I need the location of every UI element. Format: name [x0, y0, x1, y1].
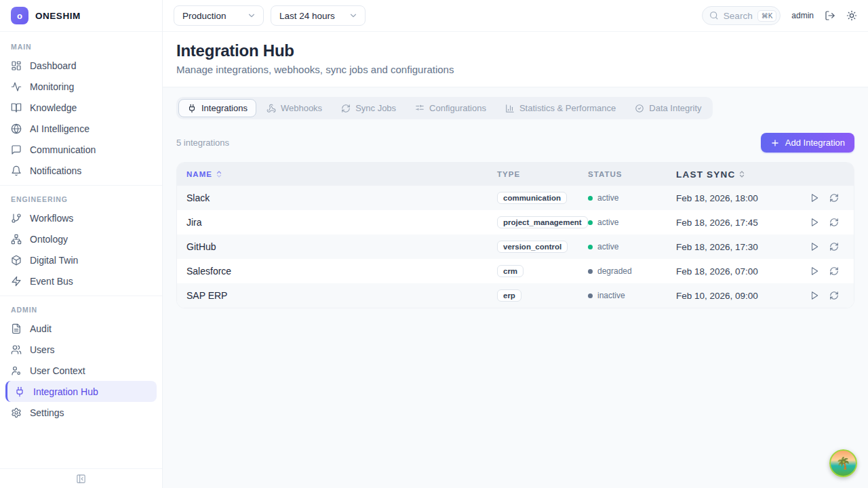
sidebar-collapse-button[interactable]	[0, 468, 162, 488]
refresh-icon	[829, 242, 839, 251]
sidebar-item-event-bus[interactable]: Event Bus	[0, 270, 162, 291]
search-placeholder: Search	[724, 11, 753, 21]
status-label: degraded	[597, 266, 632, 276]
tab-data-integrity[interactable]: Data Integrity	[626, 99, 710, 117]
refresh-button[interactable]	[829, 291, 839, 300]
sidebar-item-users[interactable]: Users	[0, 339, 162, 360]
type-badge: erp	[497, 289, 521, 302]
user-cog-icon	[11, 365, 22, 376]
sidebar-item-label: Users	[30, 344, 55, 355]
chevron-down-icon	[349, 11, 358, 20]
plug-icon	[187, 104, 197, 113]
book-open-icon	[11, 102, 22, 113]
run-sync-button[interactable]	[810, 193, 819, 203]
sliders-icon	[415, 104, 425, 113]
sidebar-item-ontology[interactable]: Ontology	[0, 228, 162, 249]
column-header-name[interactable]: NAME	[177, 170, 497, 178]
table-row[interactable]: Salesforce crm degraded Feb 18, 2026, 07…	[177, 259, 854, 283]
sidebar-nav: MAIN Dashboard Monitoring Knowledge AI I…	[0, 32, 162, 468]
search-icon	[709, 11, 719, 20]
sidebar-item-label: Communication	[30, 144, 96, 155]
environment-select[interactable]: Production	[174, 5, 264, 26]
column-header-status[interactable]: STATUS	[588, 170, 676, 178]
search-input[interactable]: Search ⌘K	[702, 6, 781, 25]
sidebar-item-ai-intelligence[interactable]: AI Intelligence	[0, 118, 162, 139]
sidebar-item-communication[interactable]: Communication	[0, 139, 162, 160]
table-row[interactable]: Jira project_management active Feb 18, 2…	[177, 210, 854, 235]
topbar-right: Search ⌘K admin	[702, 6, 857, 25]
tab-sync-jobs[interactable]: Sync Jobs	[332, 99, 405, 117]
sidebar-item-label: Dashboard	[30, 60, 77, 71]
tab-label: Data Integrity	[649, 103, 701, 113]
network-icon	[11, 234, 22, 245]
status-badge: active	[588, 193, 676, 203]
time-range-select[interactable]: Last 24 hours	[271, 5, 366, 26]
column-header-last-sync[interactable]: LAST SYNC	[676, 169, 786, 180]
app-window: O ONESHIM MAIN Dashboard Monitoring Know…	[0, 0, 868, 488]
sidebar-item-monitoring[interactable]: Monitoring	[0, 76, 162, 97]
sidebar-item-workflows[interactable]: Workflows	[0, 207, 162, 228]
message-icon	[11, 144, 22, 155]
last-sync-value: Feb 10, 2026, 09:00	[676, 291, 786, 301]
sidebar-item-notifications[interactable]: Notifications	[0, 160, 162, 181]
type-badge: version_control	[497, 241, 568, 253]
palm-tree-icon: 🌴	[836, 456, 850, 470]
table-row[interactable]: SAP ERP erp inactive Feb 10, 2026, 09:00	[177, 283, 854, 308]
brand-name: ONESHIM	[35, 11, 81, 21]
sidebar-item-audit[interactable]: Audit	[0, 318, 162, 339]
play-icon	[810, 291, 819, 300]
play-icon	[810, 193, 819, 203]
add-integration-button[interactable]: Add Integration	[761, 133, 854, 152]
run-sync-button[interactable]	[810, 218, 819, 227]
sidebar-item-label: Digital Twin	[30, 255, 78, 266]
last-sync-value: Feb 18, 2026, 07:00	[676, 266, 786, 277]
refresh-button[interactable]	[829, 218, 839, 227]
sort-icon	[215, 170, 223, 178]
play-icon	[810, 218, 819, 227]
run-sync-button[interactable]	[810, 291, 819, 300]
refresh-button[interactable]	[829, 242, 839, 251]
status-label: active	[597, 193, 618, 203]
refresh-button[interactable]	[829, 266, 839, 276]
table-row[interactable]: Slack communication active Feb 18, 2026,…	[177, 186, 854, 210]
column-header-label: STATUS	[588, 170, 623, 178]
table-row[interactable]: GitHub version_control active Feb 18, 20…	[177, 235, 854, 259]
sidebar-item-integration-hub[interactable]: Integration Hub	[5, 381, 157, 402]
sidebar-item-dashboard[interactable]: Dashboard	[0, 55, 162, 76]
column-header-type[interactable]: TYPE	[497, 170, 588, 178]
tab-integrations[interactable]: Integrations	[178, 99, 256, 117]
island-fab-button[interactable]: 🌴	[829, 449, 857, 477]
sun-icon	[846, 10, 857, 21]
tab-statistics-performance[interactable]: Statistics & Performance	[496, 99, 625, 117]
cube-icon	[11, 255, 22, 266]
logout-button[interactable]	[825, 10, 835, 21]
run-sync-button[interactable]	[810, 266, 819, 276]
status-label: inactive	[597, 291, 625, 300]
nav-section-engineering: ENGINEERING Workflows Ontology Digital T…	[0, 185, 162, 296]
brand-logo: O	[11, 7, 28, 24]
status-badge: active	[588, 218, 676, 227]
bell-icon	[11, 165, 22, 176]
sidebar-item-user-context[interactable]: User Context	[0, 360, 162, 381]
sidebar-item-knowledge[interactable]: Knowledge	[0, 97, 162, 118]
time-range-select-value: Last 24 hours	[279, 11, 335, 21]
refresh-icon	[829, 218, 839, 227]
type-badge: crm	[497, 265, 524, 277]
refresh-button[interactable]	[829, 193, 839, 203]
sidebar-item-label: Workflows	[30, 213, 73, 224]
column-header-label: NAME	[186, 170, 212, 178]
integration-name: SAP ERP	[177, 290, 497, 301]
sidebar-item-label: Event Bus	[30, 276, 73, 287]
run-sync-button[interactable]	[810, 242, 819, 251]
column-header-label: LAST SYNC	[676, 169, 735, 180]
theme-toggle-button[interactable]	[846, 10, 857, 21]
status-label: active	[597, 242, 618, 251]
tab-bar: Integrations Webhooks Sync Jobs Configur…	[176, 97, 713, 119]
sidebar-item-settings[interactable]: Settings	[0, 402, 162, 423]
tab-configurations[interactable]: Configurations	[406, 99, 495, 117]
sidebar-item-digital-twin[interactable]: Digital Twin	[0, 249, 162, 270]
tab-label: Sync Jobs	[355, 103, 396, 113]
page-header: Integration Hub Manage integrations, web…	[163, 32, 868, 87]
tab-webhooks[interactable]: Webhooks	[258, 99, 331, 117]
nav-section-admin: ADMIN Audit Users User Context Integrati…	[0, 296, 162, 427]
